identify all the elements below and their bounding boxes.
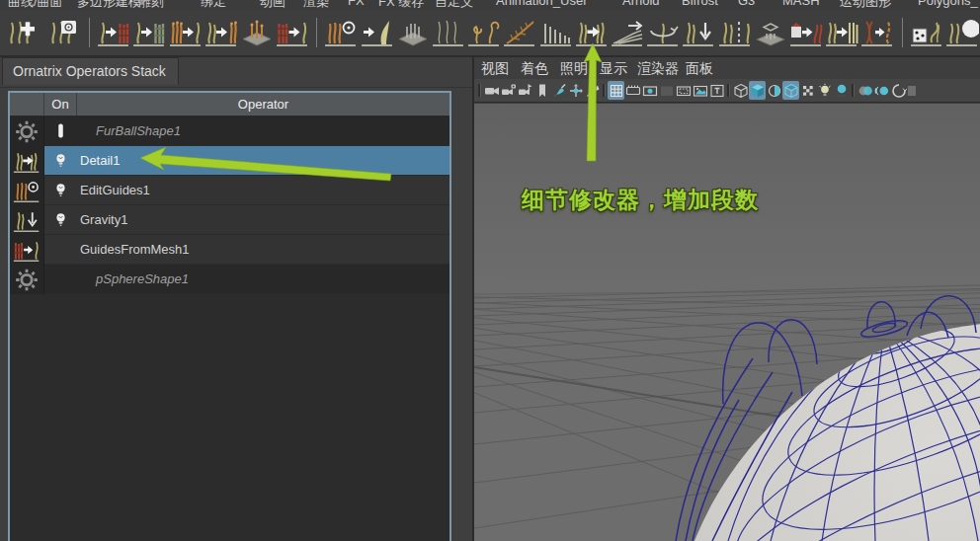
symmetry-modifier-icon[interactable]	[717, 13, 752, 52]
toggle-bulb[interactable]	[44, 181, 76, 199]
edit-guides-icon[interactable]	[324, 13, 359, 52]
menu-item[interactable]: FX	[348, 0, 365, 8]
shelf-separator	[89, 18, 90, 47]
gravity-operator-icon[interactable]	[10, 205, 44, 235]
operator-row-guidesfrommesh1[interactable]: GuidesFromMesh1	[10, 235, 449, 265]
edit-guides-operator-icon[interactable]	[10, 176, 44, 205]
rotate-strands-icon[interactable]	[646, 13, 681, 52]
operator-column-header: Operator	[77, 93, 449, 116]
mesh-from-hair-icon[interactable]	[753, 13, 787, 52]
operator-row-furballshape1[interactable]: FurBallShape1	[10, 116, 449, 146]
pen-tool-icon[interactable]	[584, 81, 601, 100]
hair-to-guides-icon[interactable]	[204, 13, 238, 52]
operator-row-gravity1[interactable]: Gravity1	[10, 205, 449, 235]
hair-clustering-icon[interactable]	[538, 13, 573, 52]
ornatrix-add-hair-icon[interactable]	[1, 13, 41, 52]
motion-blur-icon[interactable]	[873, 81, 890, 100]
shadows-icon[interactable]	[833, 81, 850, 100]
viewport-menu-item[interactable]: 着色	[521, 60, 548, 78]
menu-item[interactable]: 运动图形	[840, 0, 891, 10]
ambient-occlusion-icon[interactable]	[857, 81, 873, 100]
menu-item[interactable]: Polygons_	[918, 0, 978, 8]
viewport-3d-canvas[interactable]: 细节修改器，增加段数	[474, 104, 980, 541]
menu-item[interactable]: 渲染	[303, 0, 329, 10]
menu-item[interactable]: Animation_User	[496, 0, 588, 8]
curl-modifier-icon[interactable]	[467, 13, 502, 52]
bookmark-icon[interactable]	[533, 81, 550, 100]
panel-title-tab[interactable]: Ornatrix Operators Stack	[2, 57, 179, 85]
menu-item[interactable]: 曲线/曲面	[8, 0, 63, 10]
menu-item[interactable]: 绑定	[201, 0, 226, 10]
toggle-render-bar[interactable]	[44, 121, 76, 140]
guides-from-hair-icon[interactable]	[825, 13, 859, 52]
menu-item[interactable]: Arnold	[622, 0, 660, 8]
viewport-menu-item[interactable]: 视图	[481, 60, 509, 78]
camera-lock-icon[interactable]	[500, 81, 517, 100]
ground-mesh-icon[interactable]	[395, 13, 430, 52]
guides-from-mesh-operator-icon[interactable]	[10, 235, 44, 265]
menu-item[interactable]: 动画	[260, 0, 286, 10]
film-gate-icon[interactable]	[624, 81, 641, 100]
smooth-modifier-icon[interactable]	[610, 13, 644, 52]
hair-to-bamboo-icon[interactable]	[132, 13, 167, 52]
operator-label: FurBallShape1	[96, 123, 181, 138]
shelf-separator	[902, 18, 903, 47]
field-chart-icon[interactable]	[675, 81, 692, 100]
mesh-from-strands-icon[interactable]	[276, 13, 310, 52]
scene-3d	[474, 104, 980, 541]
annotation-text: 细节修改器，增加段数	[522, 185, 759, 215]
gear-icon[interactable]	[10, 116, 44, 146]
toggle-bulb[interactable]	[44, 210, 76, 229]
viewport-menu-item[interactable]: 渲染器	[637, 60, 679, 78]
shell-sphere-icon[interactable]	[944, 13, 979, 52]
frizz-modifier-icon[interactable]	[503, 13, 537, 52]
gear-icon[interactable]	[10, 265, 44, 294]
noise-modifier-icon[interactable]	[909, 13, 943, 52]
menu-item[interactable]: MASH	[782, 0, 820, 8]
baked-hair-icon[interactable]	[788, 13, 823, 52]
guides-to-hair-icon[interactable]	[168, 13, 203, 52]
menu-item[interactable]: G3	[738, 0, 755, 8]
length-modifier-icon[interactable]	[431, 13, 465, 52]
clipped-icon[interactable]	[907, 81, 924, 100]
grid-toggle-icon[interactable]	[608, 81, 624, 100]
use-lights-icon[interactable]	[816, 81, 833, 100]
shelf-separator	[316, 18, 317, 47]
image-plane-icon[interactable]	[692, 81, 708, 100]
menu-item[interactable]: FX 缓存	[378, 0, 424, 10]
viewport-menu-item[interactable]: 显示	[600, 60, 627, 78]
gate-mask-icon[interactable]	[658, 81, 675, 100]
textured-icon[interactable]	[766, 81, 782, 100]
camera-select-icon[interactable]	[517, 81, 533, 100]
ornatrix-render-settings-icon[interactable]	[42, 13, 83, 52]
resolution-gate-icon[interactable]	[641, 81, 658, 100]
maya-window: 曲线/曲面多边形建模雕刻绑定动画渲染FXFX 缓存自定义Animation_Us…	[0, 0, 980, 541]
toggle-bulb[interactable]	[44, 151, 76, 170]
operator-row-editguides1[interactable]: EditGuides1	[10, 176, 449, 205]
hud-text-icon[interactable]	[708, 81, 725, 100]
operator-row-psphereshape1[interactable]: pSphereShape1	[10, 265, 449, 294]
isolate-select-icon[interactable]	[890, 81, 907, 100]
operator-row-detail1[interactable]: Detail1	[10, 146, 449, 176]
on-column-header: On	[44, 93, 77, 116]
gravity-modifier-icon[interactable]	[682, 13, 716, 52]
camera-icon[interactable]	[483, 81, 500, 100]
move-tool-icon[interactable]	[567, 81, 584, 100]
detail-modifier-icon[interactable]	[574, 13, 609, 52]
menu-item[interactable]: 多边形建模	[77, 0, 141, 10]
detail-operator-icon[interactable]	[10, 146, 44, 176]
viewport-menu-item[interactable]: 照明	[560, 60, 588, 78]
surface-comb-icon[interactable]	[360, 13, 394, 52]
braid-guides-icon[interactable]	[860, 13, 895, 52]
viewport-menu-item[interactable]: 面板	[686, 60, 713, 78]
paint-tool-icon[interactable]	[550, 81, 567, 100]
wireframe-on-shaded-icon[interactable]	[782, 81, 799, 100]
hair-from-mesh-red-icon[interactable]	[97, 13, 131, 52]
menu-item[interactable]: 自定义	[435, 0, 473, 10]
shaded-cube-icon[interactable]	[749, 81, 766, 100]
menu-item[interactable]: Bifrost	[682, 0, 718, 8]
checker-icon[interactable]	[799, 81, 816, 100]
ground-strands-icon[interactable]	[239, 13, 274, 52]
wireframe-cube-icon[interactable]	[732, 81, 749, 100]
menu-item[interactable]: 雕刻	[138, 0, 164, 10]
